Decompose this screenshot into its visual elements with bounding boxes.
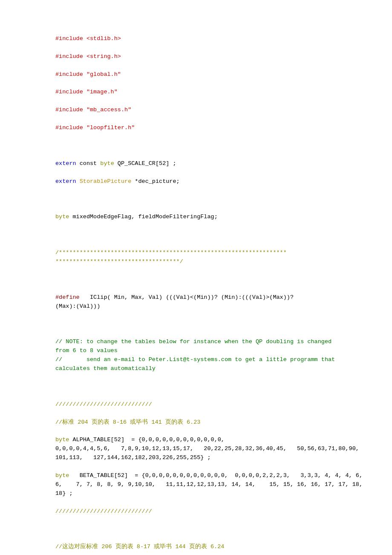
keyword-extern2: extern (55, 178, 76, 185)
type-byte2: byte (55, 214, 69, 220)
type-byte1: byte (100, 160, 114, 167)
include-stdlib: #include <stdlib.h> (55, 35, 121, 42)
comment-slashes1: //////////////////////////// (55, 401, 152, 408)
include-loopfilter: #include "loopfilter.h" (55, 124, 135, 131)
type-byte4: byte (55, 472, 69, 479)
comment-slashes2: //////////////////////////// (55, 508, 152, 515)
include-mb-access: #include "mb_access.h" (55, 107, 131, 113)
comment-note: // NOTE: to change the tables below for … (55, 338, 335, 372)
include-global: #include "global.h" (55, 71, 121, 78)
keyword-extern1: extern (55, 160, 76, 167)
comment-table-ref1: //标准 204 页的表 8-16 或毕书 141 页的表 6.23 (55, 419, 200, 425)
define-iclip: #define (55, 294, 80, 301)
comment-stars: /***************************************… (55, 249, 287, 265)
type-byte3: byte (55, 436, 69, 443)
include-image: #include "image.h" (55, 89, 118, 95)
code-content: #include <stdlib.h> #include <string.h> … (55, 26, 371, 555)
comment-table-ref2: //这边对应标准 206 页的表 8-17 或毕书 144 页的表 6.24 (55, 543, 224, 550)
include-string: #include <string.h> (55, 53, 121, 60)
type-storablepicture: StorablePicture (80, 178, 132, 185)
